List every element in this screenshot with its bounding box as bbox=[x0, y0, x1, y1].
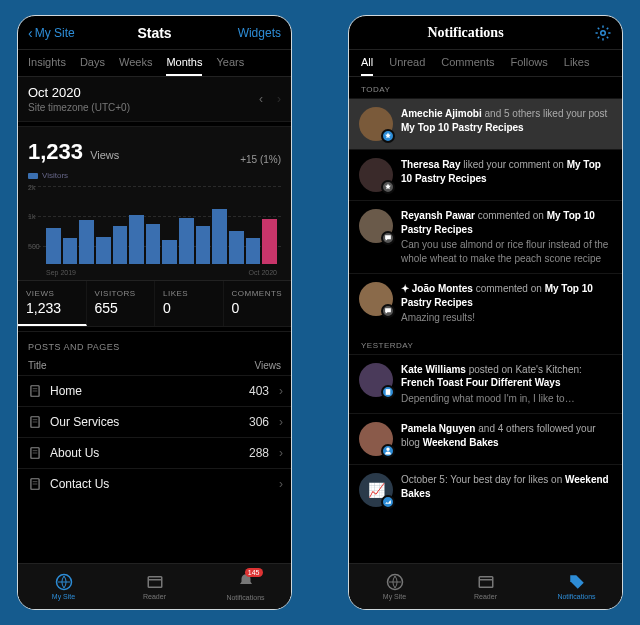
notification-row[interactable]: 📈October 5: Your best day for likes on W… bbox=[349, 464, 622, 515]
tab-follows[interactable]: Follows bbox=[511, 56, 548, 76]
type-badge-icon bbox=[381, 444, 395, 458]
avatar bbox=[359, 107, 393, 141]
avatar: 📈 bbox=[359, 473, 393, 507]
tab-insights[interactable]: Insights bbox=[28, 56, 66, 76]
reader-icon bbox=[146, 573, 164, 591]
chart-bar[interactable] bbox=[63, 238, 78, 264]
chevron-left-icon: ‹ bbox=[28, 26, 33, 40]
chart-bar[interactable] bbox=[129, 215, 144, 264]
stat-strip: VIEWS 1,233 VISITORS 655 LIKES 0 COMMENT… bbox=[18, 280, 291, 326]
notification-row[interactable]: Kate Williams posted on Kate's Kitchen: … bbox=[349, 354, 622, 414]
svg-rect-18 bbox=[479, 577, 493, 588]
post-title: Home bbox=[50, 384, 241, 398]
back-button[interactable]: ‹ My Site bbox=[28, 26, 88, 40]
post-row[interactable]: About Us288› bbox=[18, 437, 291, 468]
nav-my-site[interactable]: My Site bbox=[349, 564, 440, 609]
avatar bbox=[359, 158, 393, 192]
chart-bar[interactable] bbox=[46, 228, 61, 265]
type-badge-icon bbox=[381, 231, 395, 245]
chart-bar[interactable] bbox=[262, 219, 277, 264]
chart-bar[interactable] bbox=[179, 218, 194, 264]
notification-row[interactable]: Reyansh Pawar commented on My Top 10 Pas… bbox=[349, 200, 622, 273]
tab-unread[interactable]: Unread bbox=[389, 56, 425, 76]
chart-bar[interactable] bbox=[212, 209, 227, 264]
gear-icon[interactable] bbox=[594, 24, 612, 42]
topbar: Notifications bbox=[349, 16, 622, 50]
tab-years[interactable]: Years bbox=[216, 56, 244, 76]
next-period-button[interactable]: › bbox=[277, 92, 281, 106]
chevron-right-icon: › bbox=[277, 446, 285, 460]
reader-icon bbox=[477, 573, 495, 591]
type-badge-icon bbox=[381, 495, 395, 509]
chart-bar[interactable] bbox=[162, 240, 177, 264]
tab-weeks[interactable]: Weeks bbox=[119, 56, 152, 76]
tab-comments[interactable]: Comments bbox=[441, 56, 494, 76]
nav-notifications[interactable]: 145 Notifications bbox=[200, 564, 291, 609]
chart-bar[interactable] bbox=[146, 224, 161, 264]
post-row[interactable]: Our Services306› bbox=[18, 406, 291, 437]
views-chart[interactable]: 2k 1k 500 Sep 2019 Oct 2020 bbox=[28, 186, 281, 276]
notif-tabs: All Unread Comments Follows Likes bbox=[349, 50, 622, 77]
notification-text: Pamela Nguyen and 4 others followed your… bbox=[401, 422, 612, 456]
chart-legend: Visitors bbox=[28, 171, 281, 180]
svg-rect-16 bbox=[386, 389, 391, 395]
post-views: 403 bbox=[249, 384, 269, 398]
page-icon bbox=[28, 384, 42, 398]
widgets-button[interactable]: Widgets bbox=[221, 26, 281, 40]
tab-likes[interactable]: Likes bbox=[564, 56, 590, 76]
tab-days[interactable]: Days bbox=[80, 56, 105, 76]
back-label: My Site bbox=[35, 26, 75, 40]
legend-swatch-icon bbox=[28, 173, 38, 179]
stat-likes[interactable]: LIKES 0 bbox=[155, 281, 224, 326]
tab-months[interactable]: Months bbox=[166, 56, 202, 76]
range-tabs: Insights Days Weeks Months Years bbox=[18, 50, 291, 77]
page-icon bbox=[28, 477, 42, 491]
notification-text: ✦ João Montes commented on My Top 10 Pas… bbox=[401, 282, 612, 325]
views-card: 1,233 Views +15 (1%) Visitors 2k 1k 500 … bbox=[18, 127, 291, 280]
nav-reader[interactable]: Reader bbox=[109, 564, 200, 609]
wordpress-icon bbox=[386, 573, 404, 591]
post-row[interactable]: Home403› bbox=[18, 375, 291, 406]
nav-notifications[interactable]: Notifications bbox=[531, 564, 622, 609]
chevron-right-icon: › bbox=[277, 477, 285, 491]
chevron-right-icon: › bbox=[277, 384, 285, 398]
chart-bar[interactable] bbox=[79, 220, 94, 264]
chart-bar[interactable] bbox=[229, 231, 244, 264]
svg-point-15 bbox=[601, 30, 606, 35]
post-row[interactable]: Contact Us› bbox=[18, 468, 291, 499]
stat-comments[interactable]: COMMENTS 0 bbox=[224, 281, 292, 326]
prev-period-button[interactable]: ‹ bbox=[259, 92, 263, 106]
type-badge-icon bbox=[381, 129, 395, 143]
notification-text: October 5: Your best day for likes on We… bbox=[401, 473, 612, 507]
views-delta: +15 (1%) bbox=[240, 154, 281, 165]
day-label-today: TODAY bbox=[349, 77, 622, 98]
posts-heading: POSTS AND PAGES bbox=[18, 332, 291, 356]
post-title: Our Services bbox=[50, 415, 241, 429]
notification-row[interactable]: Theresa Ray liked your comment on My Top… bbox=[349, 149, 622, 200]
notification-row[interactable]: Pamela Nguyen and 4 others followed your… bbox=[349, 413, 622, 464]
tab-all[interactable]: All bbox=[361, 56, 373, 76]
chart-bar[interactable] bbox=[113, 226, 128, 264]
stat-views[interactable]: VIEWS 1,233 bbox=[18, 281, 87, 326]
views-label: Views bbox=[90, 149, 119, 161]
timezone-label: Site timezone (UTC+0) bbox=[28, 102, 130, 113]
stat-visitors[interactable]: VISITORS 655 bbox=[87, 281, 156, 326]
notifications-screen: Notifications All Unread Comments Follow… bbox=[348, 15, 623, 610]
avatar bbox=[359, 363, 393, 397]
notification-row[interactable]: Amechie Ajimobi and 5 others liked your … bbox=[349, 98, 622, 149]
avatar bbox=[359, 209, 393, 243]
chart-bar[interactable] bbox=[196, 226, 211, 264]
nav-reader[interactable]: Reader bbox=[440, 564, 531, 609]
chart-bar[interactable] bbox=[246, 238, 261, 264]
post-title: Contact Us bbox=[50, 477, 261, 491]
notification-row[interactable]: ✦ João Montes commented on My Top 10 Pas… bbox=[349, 273, 622, 333]
nav-my-site[interactable]: My Site bbox=[18, 564, 109, 609]
notification-text: Kate Williams posted on Kate's Kitchen: … bbox=[401, 363, 612, 406]
bottom-nav: My Site Reader 145 Notifications bbox=[18, 563, 291, 609]
notification-text: Reyansh Pawar commented on My Top 10 Pas… bbox=[401, 209, 612, 265]
chart-bar[interactable] bbox=[96, 237, 111, 264]
period-header: Oct 2020 Site timezone (UTC+0) ‹ › bbox=[18, 77, 291, 121]
bottom-nav: My Site Reader Notifications bbox=[349, 563, 622, 609]
posts-list: Home403›Our Services306›About Us288›Cont… bbox=[18, 375, 291, 499]
posts-list-header: Title Views bbox=[18, 356, 291, 375]
